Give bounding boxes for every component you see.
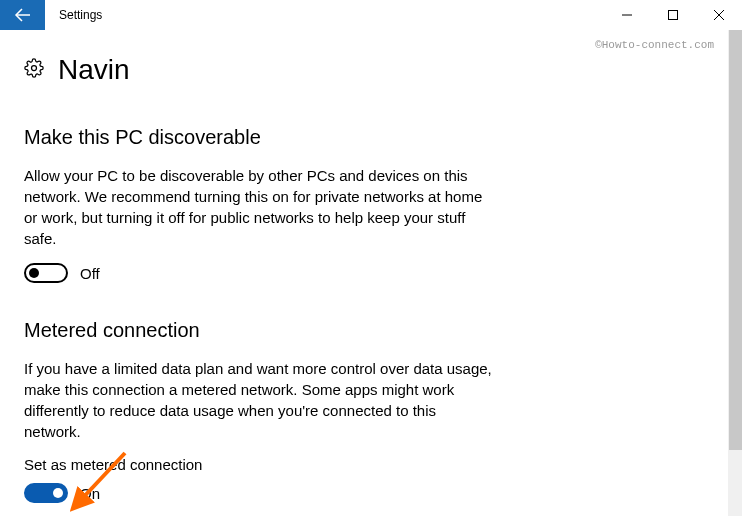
discoverable-toggle-row: Off (24, 263, 718, 283)
metered-toggle[interactable] (24, 483, 68, 503)
minimize-icon (622, 10, 632, 20)
back-arrow-icon (14, 6, 32, 24)
metered-toggle-row: On (24, 483, 718, 503)
metered-heading: Metered connection (24, 319, 718, 342)
gear-icon (24, 58, 44, 82)
window-title: Settings (59, 8, 102, 22)
toggle-thumb (53, 488, 63, 498)
discoverable-heading: Make this PC discoverable (24, 126, 718, 149)
discoverable-toggle[interactable] (24, 263, 68, 283)
metered-description: If you have a limited data plan and want… (24, 358, 494, 442)
toggle-thumb (29, 268, 39, 278)
metered-toggle-label: On (80, 485, 100, 502)
discoverable-description: Allow your PC to be discoverable by othe… (24, 165, 494, 249)
maximize-button[interactable] (650, 0, 696, 30)
metered-sub-label: Set as metered connection (24, 456, 718, 473)
discoverable-toggle-label: Off (80, 265, 100, 282)
minimize-button[interactable] (604, 0, 650, 30)
titlebar: Settings (0, 0, 742, 30)
svg-point-5 (32, 66, 37, 71)
scrollbar-thumb[interactable] (729, 30, 742, 450)
close-button[interactable] (696, 0, 742, 30)
page-header: Navin (24, 54, 718, 86)
maximize-icon (668, 10, 678, 20)
content-area: Navin Make this PC discoverable Allow yo… (0, 30, 742, 503)
close-icon (714, 10, 724, 20)
watermark: ©Howto-connect.com (595, 39, 714, 51)
page-title: Navin (58, 54, 130, 86)
window-controls (604, 0, 742, 30)
svg-rect-2 (669, 11, 678, 20)
back-button[interactable] (0, 0, 45, 30)
